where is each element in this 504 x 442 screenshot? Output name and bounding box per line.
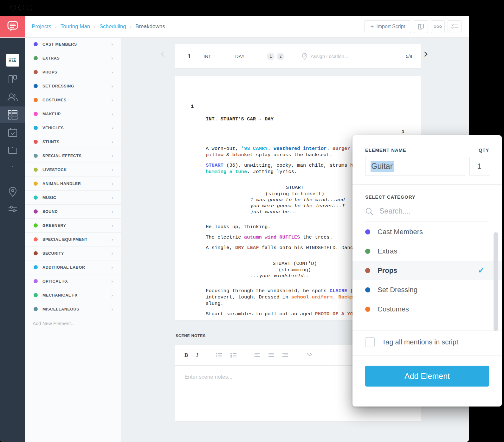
category-row[interactable]: SET DRESSING› [25, 79, 121, 93]
breadcrumb: Projects›Touring Man›Scheduling›Breakdow… [32, 16, 165, 37]
category-row[interactable]: SPECIAL EFFECTS› [25, 149, 121, 163]
popover-category-row[interactable]: Cast Members [352, 222, 502, 241]
category-row[interactable]: EXTRAS› [25, 51, 121, 65]
category-row[interactable]: COSTUMES› [25, 93, 121, 107]
rail-item-locations[interactable] [0, 184, 25, 200]
tagged-element-props[interactable]: pillow [206, 152, 223, 158]
tagged-element-music[interactable]: humming a tune [206, 169, 247, 175]
qty-input[interactable]: 1 [469, 157, 489, 176]
bold-button[interactable]: B [184, 352, 188, 358]
category-label: COSTUMES [42, 98, 111, 102]
tagged-element-costumes[interactable]: Backp [339, 294, 353, 300]
select-category-label: SELECT CATEGORY [352, 194, 502, 200]
previous-scene-button[interactable]: ‹ [160, 48, 165, 60]
category-row[interactable]: GREENERY› [25, 219, 121, 233]
category-row[interactable]: SECURITY› [25, 247, 121, 260]
scene-page-badge[interactable]: 2 [277, 53, 284, 60]
tagged-element-props[interactable]: DRY LEAF [235, 245, 259, 251]
add-element-button[interactable]: Add Element [365, 366, 489, 387]
tagged-element-props[interactable]: PHOTO OF A YO [315, 311, 353, 317]
scene-time-of-day[interactable]: DAY [235, 54, 267, 59]
rail-item-contacts[interactable] [0, 89, 25, 106]
window-zoom-button[interactable] [27, 5, 32, 10]
tag-all-mentions-row[interactable]: Tag all mentions in script [352, 337, 502, 347]
rail-item-calendar[interactable] [0, 124, 25, 141]
category-label: SECURITY [42, 251, 111, 256]
rail-item-settings[interactable] [0, 201, 25, 217]
scene-heading-number-right: 1 [402, 129, 404, 135]
category-row[interactable]: MISCELLANEOUS› [25, 302, 121, 316]
category-row[interactable]: PROPS› [25, 65, 121, 79]
category-search-field[interactable]: Search.... [365, 207, 489, 221]
category-row[interactable]: SOUND› [25, 205, 121, 219]
navigation-rail: TOURING MAN [0, 37, 25, 442]
popover-category-row[interactable]: Extras [352, 241, 502, 261]
tagged-element-vehicles[interactable]: '93 CAMRY [241, 146, 268, 151]
popover-category-row[interactable]: Props✓ [352, 261, 502, 280]
scene-page-badge[interactable]: 1 [267, 53, 275, 60]
tagged-element-sound[interactable]: autumn wind RUFFLES [244, 234, 300, 240]
category-list-scrollbar[interactable] [494, 232, 498, 331]
chevron-right-icon: › [111, 195, 113, 201]
category-row[interactable]: ADDITIONAL LABOR› [25, 260, 121, 274]
tagged-element-costumes[interactable]: school uniform [291, 294, 333, 300]
sliders-icon [7, 205, 18, 214]
script-text: splay across the backseat. [253, 152, 333, 158]
category-row[interactable]: MUSIC› [25, 191, 121, 205]
category-color-dot [365, 287, 370, 292]
rail-item-files[interactable] [0, 142, 25, 158]
script-pages-button[interactable] [414, 20, 428, 33]
category-color-dot [34, 223, 38, 227]
more-options-button[interactable] [431, 20, 445, 33]
window-close-button[interactable] [10, 5, 16, 10]
category-color-dot [34, 98, 38, 102]
tagged-element-props[interactable]: blanket [232, 152, 253, 158]
rail-item-boards[interactable] [0, 71, 25, 87]
element-name-input[interactable]: Guitar [365, 157, 465, 176]
breadcrumb-item: Breakdowns [135, 23, 165, 30]
import-script-button[interactable]: + Import Script [364, 20, 411, 33]
align-center-button[interactable] [268, 353, 274, 358]
category-row[interactable]: CAST MEMBERS› [25, 37, 121, 51]
italic-button[interactable]: I [196, 352, 198, 358]
popover-category-row[interactable]: Set Dressing [352, 280, 502, 299]
category-row[interactable]: VEHICLES› [25, 121, 121, 135]
category-label: MAKEUP [42, 112, 111, 116]
category-label: STUNTS [42, 140, 111, 144]
ordered-list-button[interactable] [216, 353, 222, 358]
next-scene-button[interactable]: › [423, 48, 428, 60]
tagged-element-set[interactable]: Weathered interior [274, 146, 326, 151]
category-row[interactable]: LIVESTOCK› [25, 163, 121, 177]
tagged-element-cast[interactable]: STUART [206, 163, 223, 168]
scene-int-ext[interactable]: INT [204, 54, 235, 59]
script-text: (36), unwitting, cocky, man child, strum… [223, 163, 362, 168]
clear-format-button[interactable] [306, 353, 312, 358]
category-row[interactable]: SPECIAL EQUIPMENT› [25, 233, 121, 247]
category-row[interactable]: MECHANICAL FX› [25, 288, 121, 302]
bullet-list-button[interactable] [230, 353, 237, 358]
align-right-button[interactable] [282, 353, 288, 358]
popover-category-row[interactable]: Costumes [352, 299, 502, 319]
category-row[interactable]: ANIMAL HANDLER› [25, 177, 121, 191]
studiobinder-logo[interactable] [0, 16, 25, 37]
category-label: LIVESTOCK [42, 168, 111, 172]
category-row[interactable]: OPTICAL FX› [25, 274, 121, 288]
breadcrumb-item[interactable]: Projects [32, 23, 51, 30]
tagged-element-cast[interactable]: CLAIRE [330, 288, 347, 294]
project-thumbnail[interactable]: TOURING MAN [0, 51, 25, 70]
tag-all-mentions-checkbox[interactable] [365, 337, 375, 347]
window-minimize-button[interactable] [18, 5, 24, 10]
breadcrumb-item[interactable]: Scheduling [100, 23, 126, 30]
category-row[interactable]: MAKEUP› [25, 107, 121, 121]
assign-location-field[interactable]: Assign Location... [302, 53, 387, 60]
add-new-element-input[interactable]: Add New Element... [25, 316, 121, 326]
location-pin-icon [8, 187, 17, 197]
rail-item-breakdowns[interactable] [0, 106, 25, 123]
breadcrumb-item[interactable]: Touring Man [61, 23, 90, 30]
category-color-dot [34, 209, 38, 214]
popover-category-label: Set Dressing [378, 286, 489, 294]
checklist-view-button[interactable] [448, 20, 462, 33]
align-left-button[interactable] [255, 353, 260, 358]
category-row[interactable]: STUNTS› [25, 135, 121, 149]
popover-category-label: Extras [378, 247, 489, 255]
